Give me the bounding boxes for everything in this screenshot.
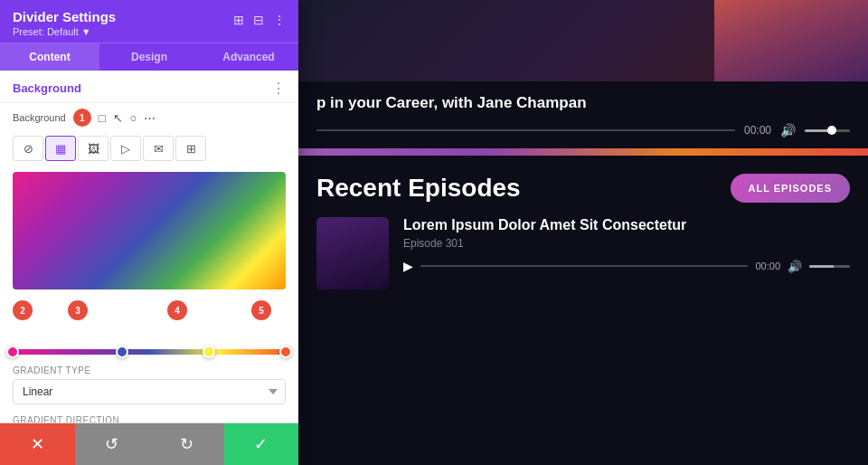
gradient-type-select[interactable]: Linear Radial [13, 379, 286, 404]
settings-panel: Divider Settings Preset: Default ▼ ⊞ ⊟ ⋮… [0, 0, 298, 465]
bg-gradient-btn[interactable]: ▦ [45, 136, 76, 161]
section-title: Background [13, 81, 81, 95]
tab-content[interactable]: Content [0, 43, 99, 71]
gradient-type-label: Gradient Type [13, 365, 286, 375]
episode-progress [420, 265, 748, 267]
volume-icon: 🔊 [780, 123, 796, 138]
redo-button[interactable]: ↻ [149, 423, 224, 465]
more-options-icon[interactable]: ⋮ [273, 13, 286, 27]
episode-info: Lorem Ipsum Dolor Amet Sit Consectetur E… [403, 217, 850, 273]
panel-header: Divider Settings Preset: Default ▼ ⊞ ⊟ ⋮ [0, 0, 298, 43]
cancel-button[interactable]: ✕ [0, 423, 75, 465]
stop-number-1[interactable]: 1 [73, 109, 91, 127]
preview-top-image [298, 0, 868, 81]
episode-time: 00:00 [755, 261, 780, 271]
tab-bar: Content Design Advanced [0, 43, 298, 71]
cursor-icon[interactable]: ↖ [113, 111, 123, 125]
gradient-direction-group: Gradient Direction [0, 408, 298, 422]
audio-player: 00:00 🔊 [298, 119, 868, 148]
bg-image-btn[interactable]: 🖼 [78, 136, 108, 161]
audio-progress-line [316, 129, 735, 131]
fullscreen-icon[interactable]: ⊞ [233, 13, 244, 27]
panel-content: Background ⋮ Background 1 □ ↖ ○ ⋯ ⊘ ▦ 🖼 … [0, 71, 298, 422]
tab-advanced[interactable]: Advanced [199, 43, 298, 71]
stop-number-4[interactable]: 4 [167, 300, 187, 320]
gradient-stops-row: 2 3 4 5 [0, 295, 298, 322]
stop-dot-pink[interactable] [6, 346, 19, 358]
columns-icon[interactable]: ⊟ [253, 13, 264, 27]
volume-bar [805, 129, 850, 132]
recent-episodes-header: Recent Episodes ALL EPISODES [298, 156, 868, 217]
gradient-preview[interactable] [13, 172, 286, 289]
circle-icon[interactable]: ○ [130, 111, 137, 125]
episode-card: Lorem Ipsum Dolor Amet Sit Consectetur E… [298, 217, 868, 289]
save-button[interactable]: ✓ [224, 423, 299, 465]
stop-dot-red[interactable] [279, 346, 292, 358]
stop-number-2[interactable]: 2 [13, 300, 33, 320]
bg-map-btn[interactable]: ✉ [143, 136, 174, 161]
gradient-direction-label: Gradient Direction [13, 415, 286, 422]
episode-player[interactable]: ▶ 00:00 🔊 [403, 259, 850, 273]
tab-design[interactable]: Design [99, 43, 199, 71]
stop-dot-yellow[interactable] [203, 346, 215, 358]
background-row: Background 1 □ ↖ ○ ⋯ [0, 103, 298, 132]
square-icon[interactable]: □ [99, 111, 106, 125]
panel-header-icons: ⊞ ⊟ ⋮ [233, 13, 286, 27]
bg-label: Background [13, 112, 66, 123]
stop-number-3[interactable]: 3 [68, 300, 88, 320]
episode-title: p in your Career, with Jane Champan [298, 81, 868, 119]
bg-none-btn[interactable]: ⊘ [13, 136, 43, 161]
bg-video-btn[interactable]: ▷ [110, 136, 141, 161]
episode-name: Lorem Ipsum Dolor Amet Sit Consectetur [403, 217, 850, 233]
undo-button[interactable]: ↺ [75, 423, 150, 465]
gradient-divider-bar [298, 148, 868, 156]
dots-icon[interactable]: ⋯ [144, 111, 156, 125]
section-menu-icon[interactable]: ⋮ [271, 80, 286, 97]
bg-type-buttons: ⊘ ▦ 🖼 ▷ ✉ ⊞ [0, 132, 298, 166]
episode-number: Episode 301 [403, 237, 850, 250]
stop-dot-blue[interactable] [116, 346, 128, 358]
episode-volume-bar [809, 265, 850, 268]
section-header: Background ⋮ [0, 71, 298, 103]
stop-number-5[interactable]: 5 [251, 300, 271, 320]
episode-volume-icon: 🔊 [788, 260, 802, 273]
gradient-type-group: Gradient Type Linear Radial [0, 358, 298, 408]
panel-title: Divider Settings [13, 9, 116, 24]
bg-type-icons: □ ↖ ○ ⋯ [99, 111, 156, 125]
recent-episodes-title: Recent Episodes [316, 174, 521, 203]
all-episodes-button[interactable]: ALL EPISODES [731, 174, 850, 203]
panel-preset[interactable]: Preset: Default ▼ [13, 26, 116, 37]
bg-pattern-btn[interactable]: ⊞ [175, 136, 206, 161]
gradient-slider-track[interactable] [13, 349, 286, 355]
audio-time: 00:00 [744, 124, 771, 137]
preview-area: p in your Career, with Jane Champan 00:0… [298, 0, 868, 465]
episode-thumbnail [316, 217, 389, 289]
action-bar: ✕ ↺ ↻ ✓ [0, 422, 298, 465]
play-icon[interactable]: ▶ [403, 259, 413, 273]
